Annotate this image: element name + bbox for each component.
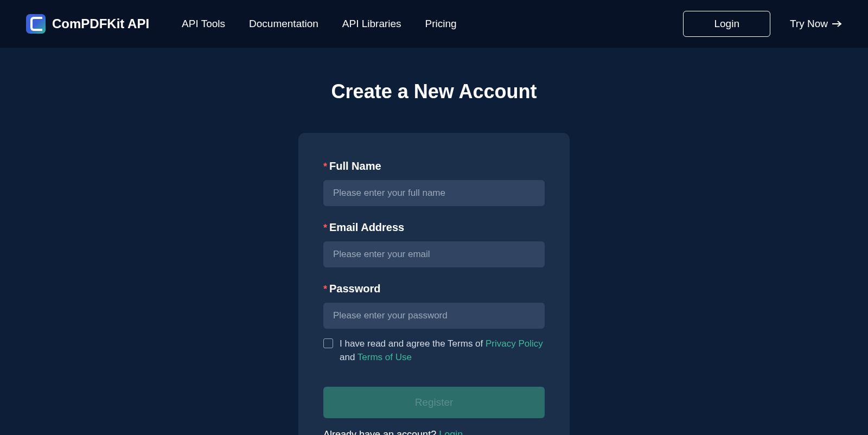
logo-icon bbox=[26, 14, 46, 34]
nav-pricing[interactable]: Pricing bbox=[425, 18, 457, 30]
brand-logo[interactable]: ComPDFKit API bbox=[26, 14, 149, 34]
nav-api-libraries[interactable]: API Libraries bbox=[342, 18, 401, 30]
password-group: *Password bbox=[323, 283, 545, 329]
try-now-link[interactable]: Try Now bbox=[790, 18, 842, 30]
full-name-label: *Full Name bbox=[323, 160, 545, 172]
brand-name: ComPDFKit API bbox=[52, 16, 149, 31]
terms-of-use-link[interactable]: Terms of Use bbox=[358, 352, 412, 362]
agreement-text: I have read and agree the Terms of Priva… bbox=[340, 337, 545, 364]
already-have-account: Already have an account? Login bbox=[323, 429, 545, 435]
nav-api-tools[interactable]: API Tools bbox=[182, 18, 225, 30]
agreement-row: I have read and agree the Terms of Priva… bbox=[323, 337, 545, 364]
signup-form-card: *Full Name *Email Address *Password I ha… bbox=[298, 133, 570, 435]
header-left: ComPDFKit API API Tools Documentation AP… bbox=[26, 14, 457, 34]
privacy-policy-link[interactable]: Privacy Policy bbox=[486, 338, 543, 349]
header-login-button[interactable]: Login bbox=[683, 11, 770, 37]
email-label: *Email Address bbox=[323, 221, 545, 234]
header-right: Login Try Now bbox=[683, 11, 842, 37]
arrow-right-icon bbox=[832, 21, 842, 27]
password-label: *Password bbox=[323, 283, 545, 295]
main-content: Create a New Account *Full Name *Email A… bbox=[0, 48, 868, 435]
login-link[interactable]: Login bbox=[439, 429, 463, 435]
nav-documentation[interactable]: Documentation bbox=[249, 18, 318, 30]
password-input[interactable] bbox=[323, 303, 545, 329]
required-icon: * bbox=[323, 222, 327, 233]
email-input[interactable] bbox=[323, 241, 545, 267]
try-now-label: Try Now bbox=[790, 18, 828, 30]
main-nav: API Tools Documentation API Libraries Pr… bbox=[182, 18, 457, 30]
required-icon: * bbox=[323, 284, 327, 295]
register-button[interactable]: Register bbox=[323, 387, 545, 418]
email-group: *Email Address bbox=[323, 221, 545, 267]
page-title: Create a New Account bbox=[331, 80, 537, 103]
required-icon: * bbox=[323, 161, 327, 172]
full-name-group: *Full Name bbox=[323, 160, 545, 206]
main-header: ComPDFKit API API Tools Documentation AP… bbox=[0, 0, 868, 48]
agreement-checkbox[interactable] bbox=[323, 338, 333, 348]
full-name-input[interactable] bbox=[323, 180, 545, 206]
